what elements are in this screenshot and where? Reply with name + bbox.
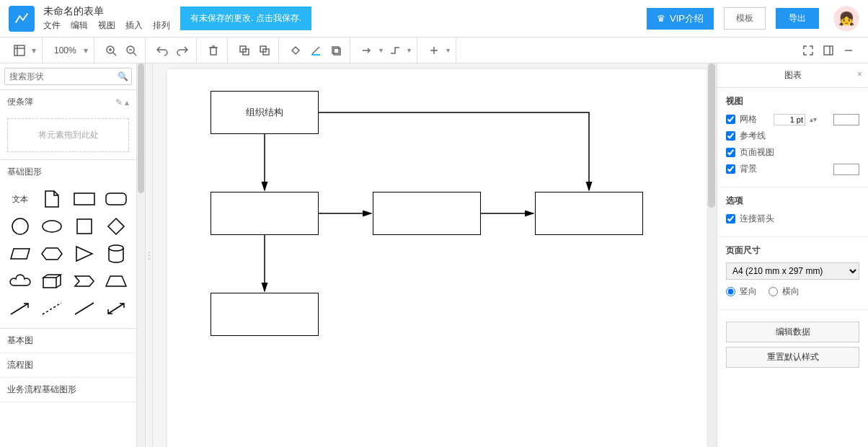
right-panel: 图表 × 视图 网格 ▴▾ 参考线 页面视图 背景 选项 连接箭头 bbox=[717, 63, 868, 447]
search-input[interactable] bbox=[9, 71, 118, 81]
basic-shapes-header[interactable]: 基础图形 bbox=[0, 160, 136, 184]
category-flowchart[interactable]: 流程图 bbox=[0, 353, 136, 378]
background-color-swatch[interactable] bbox=[833, 164, 859, 175]
chevron-down-icon[interactable]: ▾ bbox=[379, 46, 383, 54]
diagram-node[interactable] bbox=[211, 192, 319, 235]
chevron-down-icon[interactable]: ▾ bbox=[446, 46, 450, 54]
grid-color-swatch[interactable] bbox=[833, 114, 859, 125]
scrollbar-thumb[interactable] bbox=[138, 63, 144, 193]
shape-cloud[interactable] bbox=[7, 270, 33, 292]
landscape-radio[interactable] bbox=[769, 287, 778, 296]
app-logo[interactable] bbox=[9, 6, 35, 32]
reset-style-button[interactable]: 重置默认样式 bbox=[726, 347, 859, 368]
scratchpad-header[interactable]: 便条簿 ✎ ▴ bbox=[0, 90, 136, 114]
zoom-level[interactable]: 100% bbox=[51, 45, 79, 56]
edit-data-button[interactable]: 编辑数据 bbox=[726, 322, 859, 342]
page-size-select[interactable]: A4 (210 mm x 297 mm) bbox=[726, 262, 859, 280]
chevron-down-icon[interactable]: ▾ bbox=[407, 46, 411, 54]
shape-diamond[interactable] bbox=[103, 216, 129, 237]
shape-cylinder[interactable] bbox=[103, 243, 129, 265]
shape-triangle[interactable] bbox=[71, 243, 97, 265]
shape-circle[interactable] bbox=[7, 216, 33, 237]
menu-edit[interactable]: 编辑 bbox=[71, 19, 88, 32]
diagram-node[interactable] bbox=[211, 293, 319, 336]
grid-checkbox[interactable] bbox=[726, 115, 735, 124]
options-section-title: 选项 bbox=[726, 195, 859, 207]
shape-arrow-line[interactable] bbox=[7, 298, 33, 319]
format-panel-icon[interactable] bbox=[820, 43, 836, 58]
category-basic[interactable]: 基本图 bbox=[0, 329, 136, 353]
collapse-icon[interactable] bbox=[841, 43, 856, 58]
shape-line[interactable] bbox=[71, 298, 97, 319]
menu-insert[interactable]: 插入 bbox=[125, 19, 143, 32]
menu-arrange[interactable]: 排列 bbox=[153, 19, 170, 32]
grid-size-input[interactable] bbox=[774, 114, 805, 125]
menu-view[interactable]: 视图 bbox=[98, 19, 115, 32]
svg-rect-27 bbox=[106, 193, 126, 205]
canvas-area[interactable]: 组织结构 bbox=[153, 63, 717, 447]
chevron-down-icon[interactable]: ▾ bbox=[84, 45, 88, 56]
fill-icon[interactable] bbox=[288, 43, 304, 58]
to-front-icon[interactable] bbox=[236, 43, 252, 58]
shape-page[interactable] bbox=[39, 188, 65, 210]
layout-icon[interactable] bbox=[12, 43, 27, 58]
stepper-icon[interactable]: ▴▾ bbox=[810, 115, 817, 123]
shape-step[interactable] bbox=[71, 270, 97, 292]
pageview-checkbox[interactable] bbox=[726, 148, 735, 157]
diagram-node[interactable] bbox=[373, 192, 481, 235]
edit-icon[interactable]: ✎ ▴ bbox=[115, 97, 129, 107]
scratchpad-dropzone[interactable]: 将元素拖到此处 bbox=[7, 118, 129, 152]
scrollbar-thumb[interactable] bbox=[708, 63, 715, 208]
menu-file[interactable]: 文件 bbox=[43, 19, 61, 32]
svg-line-35 bbox=[108, 304, 124, 314]
template-button[interactable]: 模板 bbox=[724, 7, 766, 30]
canvas-page[interactable]: 组织结构 bbox=[167, 69, 717, 447]
shadow-icon[interactable] bbox=[328, 43, 344, 58]
fullscreen-icon[interactable] bbox=[800, 43, 816, 58]
undo-icon[interactable] bbox=[154, 43, 170, 58]
shape-text[interactable]: 文本 bbox=[7, 188, 33, 210]
redo-icon[interactable] bbox=[174, 43, 190, 58]
shape-parallelogram[interactable] bbox=[7, 243, 33, 265]
add-icon[interactable] bbox=[426, 43, 442, 58]
shape-search[interactable]: 🔍 bbox=[4, 68, 132, 85]
svg-rect-0 bbox=[14, 45, 25, 56]
close-icon[interactable]: × bbox=[857, 69, 862, 79]
waypoint-icon[interactable] bbox=[387, 43, 403, 58]
shapes-palette: 文本 bbox=[0, 184, 136, 328]
portrait-radio[interactable] bbox=[726, 287, 735, 296]
vip-button[interactable]: ♛ VIP介绍 bbox=[647, 8, 714, 30]
svg-rect-30 bbox=[77, 219, 92, 234]
unsaved-banner[interactable]: 有未保存的更改. 点击我保存. bbox=[180, 6, 311, 30]
shape-square[interactable] bbox=[71, 216, 97, 237]
user-avatar[interactable]: 👧 bbox=[833, 6, 859, 32]
connect-arrows-checkbox[interactable] bbox=[726, 214, 735, 224]
shape-dashed-line[interactable] bbox=[39, 298, 65, 319]
shape-trapezoid[interactable] bbox=[103, 270, 129, 292]
background-checkbox[interactable] bbox=[726, 164, 735, 174]
shape-rect[interactable] bbox=[71, 188, 97, 210]
connection-icon[interactable] bbox=[359, 43, 375, 58]
category-bpmn[interactable]: 业务流程基础图形 bbox=[0, 378, 136, 402]
search-icon[interactable]: 🔍 bbox=[118, 71, 128, 81]
zoom-out-icon[interactable] bbox=[123, 43, 139, 58]
shape-cube[interactable] bbox=[39, 270, 65, 292]
canvas-scrollbar[interactable] bbox=[707, 63, 717, 447]
shape-hexagon[interactable] bbox=[39, 243, 65, 265]
to-back-icon[interactable] bbox=[257, 43, 273, 58]
diagram-node[interactable] bbox=[535, 192, 643, 235]
diagram-node-root[interactable]: 组织结构 bbox=[211, 91, 319, 134]
document-title[interactable]: 未命名的表单 bbox=[43, 5, 170, 18]
line-color-icon[interactable] bbox=[308, 43, 324, 58]
export-button[interactable]: 导出 bbox=[776, 8, 819, 29]
left-scrollbar[interactable] bbox=[137, 63, 146, 447]
chevron-down-icon[interactable]: ▾ bbox=[32, 45, 36, 56]
shape-ellipse[interactable] bbox=[39, 216, 65, 237]
title-area: 未命名的表单 文件 编辑 视图 插入 排列 bbox=[43, 5, 170, 32]
splitter-handle[interactable]: ⋮ bbox=[146, 63, 153, 447]
shape-double-arrow[interactable] bbox=[103, 298, 129, 319]
guides-checkbox[interactable] bbox=[726, 131, 735, 141]
shape-rounded-rect[interactable] bbox=[103, 188, 129, 210]
delete-icon[interactable] bbox=[205, 43, 221, 58]
zoom-in-icon[interactable] bbox=[103, 43, 119, 58]
